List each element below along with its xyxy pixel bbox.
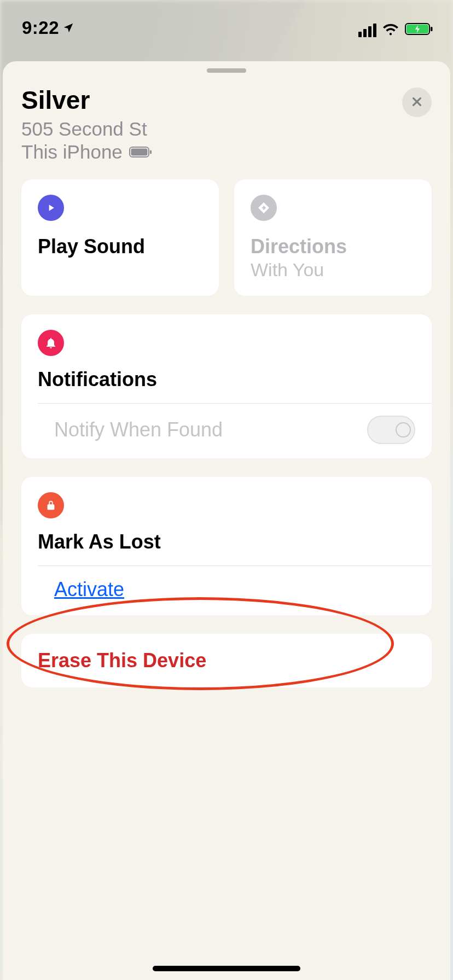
cellular-icon xyxy=(358,24,376,37)
status-time: 9:22 xyxy=(22,18,59,38)
lock-icon xyxy=(38,492,64,518)
svg-rect-2 xyxy=(431,27,433,31)
sheet-header: Silver 505 Second St This iPhone xyxy=(3,74,450,174)
directions-sublabel: With You xyxy=(251,259,415,281)
play-icon xyxy=(38,195,64,221)
this-iphone-label: This iPhone xyxy=(21,141,123,163)
bell-icon xyxy=(38,330,64,356)
svg-rect-4 xyxy=(131,149,147,156)
notifications-section: Notifications Notify When Found xyxy=(21,314,432,458)
device-sheet: Silver 505 Second St This iPhone xyxy=(3,61,450,980)
battery-charging-icon xyxy=(405,22,433,38)
close-button[interactable] xyxy=(402,88,432,117)
location-icon xyxy=(62,18,74,38)
close-icon xyxy=(411,93,423,112)
directions-icon xyxy=(251,195,277,221)
erase-device-label: Erase This Device xyxy=(38,649,415,672)
notify-when-found-toggle xyxy=(367,416,415,444)
play-sound-card[interactable]: Play Sound xyxy=(21,179,219,296)
directions-card: Directions With You xyxy=(234,179,432,296)
wifi-icon xyxy=(382,22,399,38)
battery-icon xyxy=(129,146,152,158)
status-bar: 9:22 xyxy=(0,0,453,42)
mark-as-lost-title: Mark As Lost xyxy=(38,530,415,553)
directions-label: Directions xyxy=(251,235,415,258)
play-sound-label: Play Sound xyxy=(38,235,202,258)
svg-rect-5 xyxy=(150,150,152,154)
sheet-handle[interactable] xyxy=(207,68,246,73)
mark-as-lost-section: Mark As Lost Activate xyxy=(21,477,432,615)
home-indicator[interactable] xyxy=(153,966,300,971)
notifications-title: Notifications xyxy=(38,368,415,391)
notify-when-found-label: Notify When Found xyxy=(54,418,367,441)
device-address: 505 Second St xyxy=(21,118,402,140)
activate-link[interactable]: Activate xyxy=(54,578,415,601)
erase-device-card[interactable]: Erase This Device xyxy=(21,634,432,687)
device-name: Silver xyxy=(21,85,402,115)
